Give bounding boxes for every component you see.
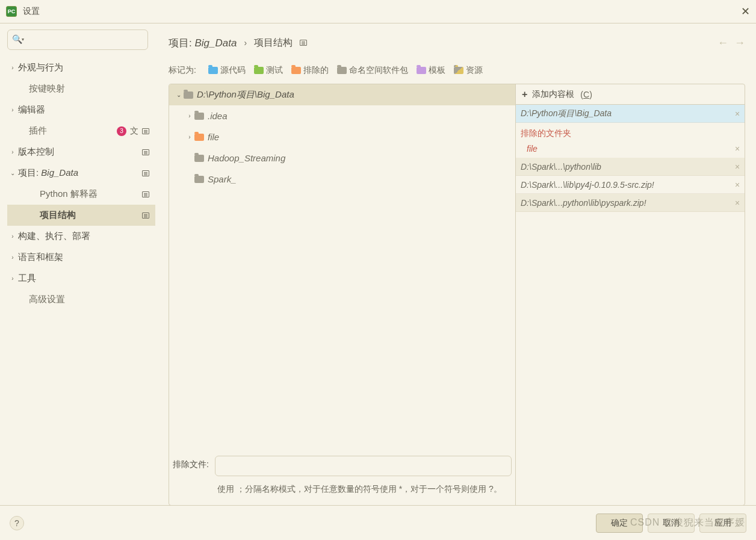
sidebar-item[interactable]: ›构建、执行、部署 (7, 226, 155, 247)
modified-icon (142, 149, 149, 155)
mark-chip-label: 排除的 (303, 65, 329, 76)
folder-row[interactable]: Hadoop_Streaming (169, 147, 515, 169)
mark-as-row: 标记为: 源代码测试排除的命名空间软件包模板资源 (169, 62, 745, 79)
sidebar-item[interactable]: Python 解释器 (7, 184, 155, 205)
mark-chip-label: 源代码 (220, 65, 246, 76)
sidebar-item-label: 构建、执行、部署 (18, 231, 149, 242)
breadcrumb-part1: 项目: Big_Data (169, 36, 237, 50)
sidebar-item[interactable]: ›版本控制 (7, 141, 155, 163)
sidebar-item[interactable]: ›语言和框架 (7, 247, 155, 268)
modified-icon (142, 128, 149, 134)
titlebar: PC 设置 ✕ (0, 0, 756, 23)
folder-label: Hadoop_Streaming (208, 153, 285, 163)
folder-icon (337, 67, 347, 74)
exclude-files-input[interactable] (215, 456, 512, 476)
sidebar-item[interactable]: ›外观与行为 (7, 57, 155, 78)
folder-icon (291, 67, 301, 74)
folder-label: file (208, 132, 219, 142)
sidebar-item[interactable]: ⌄项目: Big_Data (7, 163, 155, 184)
breadcrumb-nav: ← → (717, 37, 745, 49)
folder-row[interactable]: ⌄D:\Python项目\Big_Data (169, 84, 515, 105)
search-input[interactable] (7, 29, 148, 50)
roots-category-label: 排除的文件夹 (516, 123, 745, 140)
content-root-label: D:\Spark\...\lib\py4j-0.10.9.5-src.zip! (521, 180, 735, 190)
chevron-right-icon: › (7, 149, 18, 155)
mark-chip[interactable]: 测试 (254, 65, 283, 76)
sidebar-item[interactable]: 项目结构 (7, 205, 155, 226)
sidebar-item[interactable]: 插件3文 (7, 120, 155, 141)
sidebar-item-label: Python 解释器 (40, 188, 142, 200)
sidebar-item[interactable]: ›编辑器 (7, 99, 155, 120)
exclude-files-label: 排除文件: (173, 456, 209, 470)
badges (142, 149, 149, 155)
content-root-label: 排除的文件夹 (521, 128, 740, 139)
folder-row[interactable]: Spark_ (169, 169, 515, 190)
breadcrumb-prefix: 项目: (169, 37, 194, 49)
content-root-label: D:\Spark\...\python\lib (521, 162, 735, 172)
mark-chip[interactable]: 模板 (417, 65, 445, 76)
chevron-down-icon: ⌄ (7, 170, 18, 176)
mark-chip[interactable]: 源代码 (208, 65, 246, 76)
folder-row[interactable]: ›file (169, 126, 515, 147)
chevron-right-icon: › (7, 254, 18, 261)
mark-chip-label: 测试 (266, 65, 283, 76)
search-wrap: 🔍 ▾ (7, 29, 148, 50)
search-dropdown-icon[interactable]: ▾ (22, 37, 24, 42)
folder-icon (194, 176, 204, 183)
sidebar-item-label: 按键映射 (29, 83, 149, 95)
remove-root-icon[interactable]: × (735, 198, 740, 208)
content-root-label: file (527, 144, 735, 154)
content-roots-panel: + 添加内容根 (C) D:\Python项目\Big_Data×排除的文件夹f… (516, 84, 745, 505)
breadcrumb-sep: › (244, 38, 247, 48)
sidebar-item[interactable]: 高级设置 (7, 289, 155, 310)
chevron-right-icon: › (7, 107, 18, 113)
remove-root-icon[interactable]: × (735, 109, 740, 119)
badges (142, 191, 149, 197)
mark-chip[interactable]: 命名空间软件包 (337, 65, 408, 76)
remove-root-icon[interactable]: × (735, 144, 740, 154)
apply-button[interactable]: 应用 (699, 514, 746, 533)
sidebar-item-label: 项目结构 (40, 209, 142, 221)
sidebar-item-label: 高级设置 (29, 294, 149, 305)
content-root-item[interactable]: D:\Spark\...\lib\py4j-0.10.9.5-src.zip!× (516, 176, 745, 194)
mark-chip-label: 模板 (429, 65, 445, 76)
add-content-root-label: 添加内容根 (532, 89, 574, 100)
content-root-item[interactable]: D:\Spark\...\python\lib× (516, 158, 745, 176)
help-button[interactable]: ? (10, 516, 24, 530)
content-root-item[interactable]: D:\Spark\...python\lib\pyspark.zip!× (516, 194, 745, 212)
search-icon: 🔍 (12, 34, 22, 44)
folder-icon (454, 67, 463, 74)
ok-button[interactable]: 确定 (596, 514, 643, 533)
content: 项目: Big_Data › 项目结构 ← → 标记为: 源代码测试排除的命名空… (155, 23, 756, 506)
footer: ? 确定 取消 应用 (0, 505, 756, 540)
folder-icon (417, 67, 426, 74)
mark-chip-label: 命名空间软件包 (349, 65, 408, 76)
sidebar-item[interactable]: ›工具 (7, 268, 155, 289)
remove-root-icon[interactable]: × (735, 180, 740, 190)
sidebar-item-label: 项目: Big_Data (18, 167, 142, 179)
folder-icon (208, 67, 218, 74)
mark-chip-label: 资源 (466, 65, 483, 76)
content-roots-list: D:\Python项目\Big_Data×排除的文件夹file×D:\Spark… (516, 105, 745, 212)
sidebar-item[interactable]: 按键映射 (7, 78, 155, 99)
cancel-button[interactable]: 取消 (648, 514, 695, 533)
content-root-item[interactable]: D:\Python项目\Big_Data× (516, 105, 745, 123)
window-title: 设置 (23, 6, 40, 17)
chevron-right-icon: › (185, 113, 194, 119)
plus-icon: + (522, 89, 527, 100)
folder-icon (194, 113, 204, 120)
content-root-label: D:\Python项目\Big_Data (521, 108, 735, 119)
mark-chip[interactable]: 排除的 (291, 65, 329, 76)
nav-back-icon[interactable]: ← (717, 37, 728, 49)
folder-label: Spark_ (208, 174, 237, 184)
sidebar-item-label: 语言和框架 (18, 252, 149, 263)
close-icon[interactable]: ✕ (741, 5, 750, 18)
remove-root-icon[interactable]: × (735, 162, 740, 172)
chevron-right-icon: › (7, 64, 18, 71)
main: 🔍 ▾ ›外观与行为按键映射›编辑器插件3文›版本控制⌄项目: Big_Data… (0, 23, 756, 506)
nav-forward-icon[interactable]: → (734, 37, 745, 49)
add-content-root-button[interactable]: + 添加内容根 (C) (516, 84, 745, 105)
mark-chip[interactable]: 资源 (454, 65, 483, 76)
content-root-item[interactable]: file× (516, 140, 745, 158)
folder-row[interactable]: ›.idea (169, 105, 515, 126)
